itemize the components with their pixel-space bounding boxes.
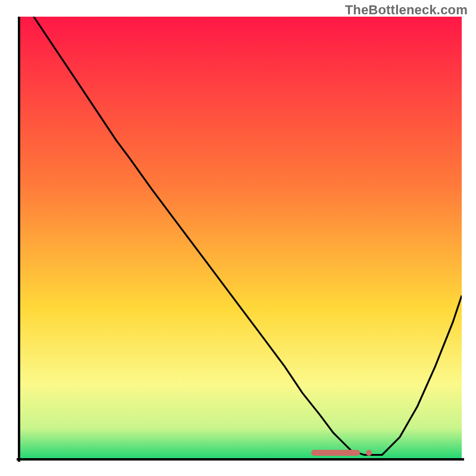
optimal-range-marker	[0, 0, 476, 476]
optimal-range-endpoint-icon	[366, 450, 372, 456]
optimal-range-bar	[311, 450, 360, 456]
watermark-text: TheBottleneck.com	[345, 2, 468, 18]
chart-container: TheBottleneck.com	[0, 0, 476, 476]
